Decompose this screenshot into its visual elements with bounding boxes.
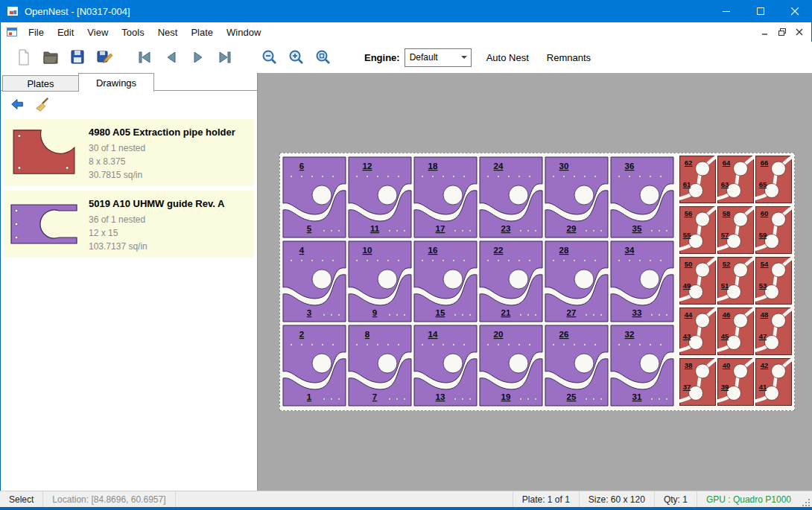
red-part-pair[interactable]: 4039 (717, 359, 755, 406)
purple-part-pair[interactable]: 1211 (349, 157, 411, 238)
plate[interactable]: 6512111817242330293635431091615222128273… (279, 153, 795, 411)
menu-tools[interactable]: Tools (115, 22, 150, 42)
red-part-pair[interactable]: 6261 (679, 156, 717, 203)
red-part-pair[interactable]: 5251 (717, 258, 755, 305)
part-number: 45 (721, 332, 729, 340)
red-part-pair[interactable]: 6463 (717, 156, 755, 203)
part-number: 26 (559, 330, 569, 339)
part-thumbnail (5, 194, 83, 255)
import-drawing-button[interactable] (7, 94, 28, 115)
red-part-pair[interactable]: 5049 (679, 258, 717, 305)
part-number: 39 (721, 383, 729, 391)
part-number: 43 (683, 332, 691, 340)
next-plate-button[interactable] (185, 45, 211, 69)
part-number: 55 (683, 231, 691, 239)
purple-part-pair[interactable]: 1817 (414, 157, 477, 238)
save-button[interactable] (65, 45, 90, 69)
zoom-fit-button[interactable] (311, 45, 336, 69)
menu-plate[interactable]: Plate (184, 22, 220, 42)
save-as-button[interactable] (92, 45, 117, 69)
purple-part-pair[interactable]: 1413 (414, 325, 477, 406)
status-location: Location: [84.8696, 60.6957] (43, 491, 175, 508)
open-button[interactable] (38, 45, 63, 69)
auto-nest-button[interactable]: Auto Nest (478, 46, 538, 68)
tab-plates[interactable]: Plates (2, 75, 79, 92)
close-button[interactable] (778, 0, 812, 22)
opennest-window: OpenNest - [N0317-004] File Edit View To… (0, 0, 812, 510)
part-number: 30 (559, 162, 569, 170)
red-part-pair[interactable]: 3837 (679, 359, 717, 406)
red-part-pair[interactable]: 4847 (755, 308, 793, 355)
part-number: 54 (761, 260, 769, 268)
tab-drawings[interactable]: Drawings (78, 73, 154, 92)
part-number: 11 (370, 224, 380, 233)
purple-part-pair[interactable]: 2423 (480, 157, 542, 238)
part-number: 66 (761, 159, 769, 167)
menu-edit[interactable]: Edit (51, 22, 80, 42)
list-item[interactable]: 4980 A05 Extraction pipe holder 30 of 1 … (4, 119, 254, 186)
purple-part-pair[interactable]: 65 (283, 157, 346, 238)
purple-part-pair[interactable]: 3029 (545, 157, 608, 238)
window-bottom-border (0, 507, 812, 510)
zoom-out-button[interactable] (257, 45, 282, 69)
maximize-button[interactable] (743, 0, 778, 22)
last-plate-button[interactable] (212, 45, 238, 69)
purple-part-pair[interactable]: 2625 (545, 325, 608, 406)
red-part-pair[interactable]: 6665 (755, 156, 793, 203)
minimize-button[interactable] (709, 0, 743, 22)
panel-tabs: Plates Drawings (1, 73, 257, 91)
red-part-pair[interactable]: 5857 (717, 207, 755, 254)
part-number: 20 (494, 330, 504, 339)
mdi-close-button[interactable] (792, 25, 807, 39)
purple-part-pair[interactable]: 3635 (611, 157, 673, 238)
part-number: 38 (685, 361, 693, 369)
titlebar: OpenNest - [N0317-004] (0, 0, 812, 22)
mdi-minimize-button[interactable] (758, 25, 773, 39)
nest-canvas[interactable]: 6512111817242330293635431091615222128273… (258, 73, 812, 491)
purple-part-pair[interactable]: 21 (283, 325, 346, 406)
previous-plate-button[interactable] (159, 45, 184, 69)
menu-window[interactable]: Window (220, 22, 267, 42)
mdi-restore-button[interactable] (775, 25, 790, 39)
red-part-pair[interactable]: 6059 (755, 207, 793, 254)
part-number: 58 (723, 209, 731, 217)
clear-drawings-button[interactable] (32, 94, 53, 115)
part-thumbnail (5, 122, 83, 183)
part-number: 47 (759, 332, 767, 340)
purple-part-pair[interactable]: 2019 (480, 325, 542, 406)
purple-part-pair[interactable]: 87 (349, 325, 411, 406)
red-part-pair[interactable]: 4443 (679, 308, 717, 355)
menu-view[interactable]: View (80, 22, 115, 42)
open-folder-icon (42, 48, 60, 66)
first-arrow-icon (136, 48, 153, 66)
next-arrow-icon (189, 48, 207, 66)
remnants-button[interactable]: Remnants (538, 46, 600, 68)
engine-select[interactable]: Default (405, 48, 472, 67)
combo-dropdown-icon[interactable] (458, 49, 471, 66)
purple-part-pair[interactable]: 43 (283, 241, 346, 322)
red-part-pair[interactable]: 4645 (717, 308, 755, 355)
menu-file[interactable]: File (22, 22, 51, 42)
nest-svg: 6512111817242330293635431091615222128273… (280, 153, 794, 410)
purple-part-pair[interactable]: 1615 (414, 241, 477, 322)
purple-part-pair[interactable]: 2827 (545, 241, 608, 322)
purple-part-pair[interactable]: 3231 (611, 325, 673, 406)
part-number: 42 (761, 361, 769, 369)
part-number: 21 (501, 308, 511, 317)
engine-value: Default (405, 52, 458, 63)
part-number: 17 (436, 224, 445, 233)
red-part-pair[interactable]: 5655 (679, 207, 717, 254)
part-number: 61 (683, 180, 691, 188)
part-number: 23 (501, 224, 511, 233)
purple-part-pair[interactable]: 3433 (611, 241, 673, 322)
zoom-in-button[interactable] (284, 45, 309, 69)
resize-grip[interactable] (800, 491, 812, 509)
red-part-pair[interactable]: 5453 (755, 258, 793, 305)
purple-part-pair[interactable]: 2221 (480, 241, 542, 322)
list-item[interactable]: 5019 A10 UHMW guide Rev. A 36 of 1 neste… (4, 191, 254, 258)
menu-nest[interactable]: Nest (151, 22, 185, 42)
red-part-pair[interactable]: 4241 (755, 359, 793, 406)
purple-part-pair[interactable]: 109 (349, 241, 411, 322)
new-button[interactable] (11, 45, 37, 69)
first-plate-button[interactable] (132, 45, 157, 69)
